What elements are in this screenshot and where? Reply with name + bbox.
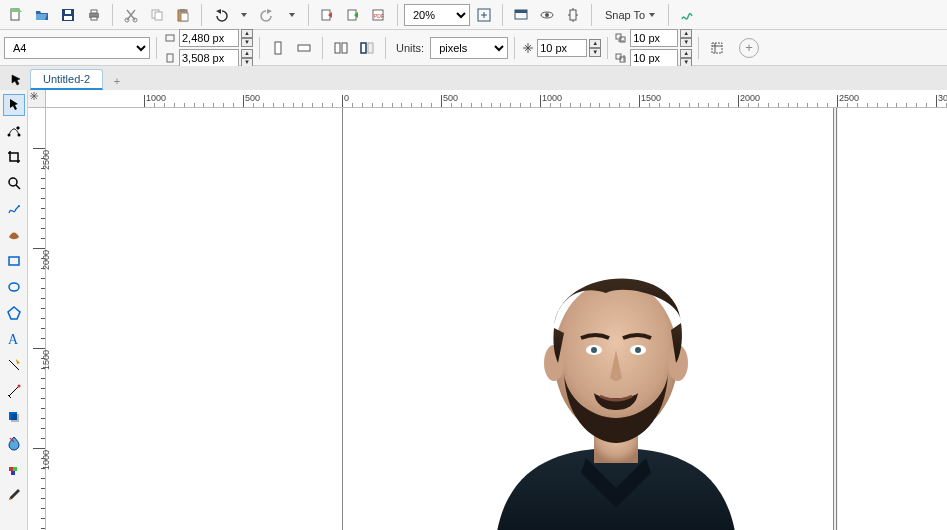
paste-button[interactable] — [171, 3, 195, 27]
duplicate-x-icon — [614, 31, 628, 45]
export-button[interactable] — [341, 3, 365, 27]
svg-rect-4 — [64, 16, 72, 20]
plus-icon: + — [114, 75, 120, 87]
ruler-top-label: 1000 — [146, 93, 166, 103]
nudge-up[interactable]: ▲ — [589, 39, 601, 48]
pick-tool[interactable] — [3, 94, 25, 116]
placed-image[interactable] — [476, 238, 756, 530]
svg-point-59 — [544, 345, 564, 381]
drop-shadow-tool[interactable] — [3, 406, 25, 428]
dupy-up[interactable]: ▲ — [680, 49, 692, 58]
page-size-combo[interactable]: A4 — [4, 37, 150, 59]
ruler-top-label: 2500 — [839, 93, 859, 103]
svg-point-45 — [18, 205, 20, 207]
svg-rect-53 — [9, 467, 13, 471]
svg-text:PDF: PDF — [374, 13, 384, 19]
orientation-landscape-button[interactable] — [292, 36, 316, 60]
svg-rect-27 — [570, 10, 576, 20]
svg-rect-30 — [275, 42, 281, 54]
zoom-combo[interactable]: 20% — [404, 4, 470, 26]
ellipse-tool[interactable] — [3, 276, 25, 298]
duplicate-x-field[interactable] — [630, 29, 678, 47]
ruler-top-label: 3000 — [938, 93, 947, 103]
svg-rect-8 — [91, 17, 97, 20]
all-pages-button[interactable] — [329, 36, 353, 60]
svg-rect-14 — [180, 9, 185, 12]
svg-point-63 — [591, 347, 597, 353]
parallel-dimension-tool[interactable] — [3, 354, 25, 376]
show-rulers-button[interactable] — [535, 3, 559, 27]
nudge-down[interactable]: ▼ — [589, 48, 601, 57]
artistic-media-tool[interactable] — [3, 224, 25, 246]
units-combo[interactable]: pixels — [430, 37, 508, 59]
text-tool[interactable]: A — [3, 328, 25, 350]
current-page-button[interactable] — [355, 36, 379, 60]
treat-as-filled-button[interactable] — [705, 36, 729, 60]
freehand-tool[interactable] — [3, 198, 25, 220]
snap-to-dropdown[interactable]: Snap To — [598, 3, 662, 27]
polygon-tool[interactable] — [3, 302, 25, 324]
undo-button[interactable] — [208, 3, 232, 27]
svg-point-44 — [9, 178, 17, 186]
options-button[interactable] — [675, 3, 699, 27]
fullscreen-preview-button[interactable] — [509, 3, 533, 27]
zoom-tool[interactable] — [3, 172, 25, 194]
rectangle-tool[interactable] — [3, 250, 25, 272]
copy-button[interactable] — [145, 3, 169, 27]
svg-rect-35 — [368, 43, 373, 53]
add-tab-button[interactable]: + — [107, 72, 127, 90]
svg-rect-29 — [167, 54, 173, 62]
shape-tool[interactable] — [3, 120, 25, 142]
width-up[interactable]: ▲ — [241, 29, 253, 38]
svg-point-56 — [9, 498, 11, 500]
transparency-tool[interactable] — [3, 432, 25, 454]
interactive-fill-tool[interactable] — [3, 484, 25, 506]
separator — [698, 37, 699, 59]
pick-tool-proxy[interactable] — [6, 70, 26, 90]
application-shell: PDF 20% Snap To A4 ▲▼ ▲▼ — [0, 0, 947, 530]
dupx-up[interactable]: ▲ — [680, 29, 692, 38]
width-down[interactable]: ▼ — [241, 38, 253, 47]
svg-rect-28 — [166, 35, 174, 41]
svg-point-26 — [545, 13, 549, 17]
canvas-viewport[interactable] — [46, 108, 947, 530]
connector-tool[interactable] — [3, 380, 25, 402]
open-button[interactable] — [30, 3, 54, 27]
svg-rect-46 — [9, 257, 19, 265]
color-eyedropper-tool[interactable] — [3, 458, 25, 480]
duplicate-y-field[interactable] — [630, 49, 678, 67]
separator — [397, 4, 398, 26]
height-up[interactable]: ▲ — [241, 49, 253, 58]
separator — [514, 37, 515, 59]
ruler-top-label: 500 — [443, 93, 458, 103]
separator — [259, 37, 260, 59]
ruler-top-label: 0 — [344, 93, 349, 103]
add-preset-button[interactable]: + — [739, 38, 759, 58]
vertical-ruler[interactable]: 2500200015001000 — [28, 108, 46, 530]
publish-pdf-button[interactable]: PDF — [367, 3, 391, 27]
zoom-to-fit-button[interactable] — [472, 3, 496, 27]
canvas-area: 1000500050010001500200025003000 25002000… — [28, 90, 947, 530]
redo-dropdown[interactable] — [282, 3, 302, 27]
nudge-distance-field[interactable] — [537, 39, 587, 57]
new-document-button[interactable] — [4, 3, 28, 27]
page-height-field[interactable] — [179, 49, 239, 67]
ruler-top-label: 1000 — [542, 93, 562, 103]
undo-dropdown[interactable] — [234, 3, 254, 27]
document-tab[interactable]: Untitled-2 — [30, 69, 103, 90]
dupx-down[interactable]: ▼ — [680, 38, 692, 47]
orientation-portrait-button[interactable] — [266, 36, 290, 60]
page-width-field[interactable] — [179, 29, 239, 47]
ruler-origin-button[interactable] — [28, 90, 46, 108]
separator — [668, 4, 669, 26]
separator — [385, 37, 386, 59]
redo-button[interactable] — [256, 3, 280, 27]
ruler-top-label: 1500 — [641, 93, 661, 103]
snap-options-button[interactable] — [561, 3, 585, 27]
import-button[interactable] — [315, 3, 339, 27]
print-button[interactable] — [82, 3, 106, 27]
horizontal-ruler[interactable]: 1000500050010001500200025003000 — [46, 90, 947, 108]
crop-tool[interactable] — [3, 146, 25, 168]
cut-button[interactable] — [119, 3, 143, 27]
save-button[interactable] — [56, 3, 80, 27]
